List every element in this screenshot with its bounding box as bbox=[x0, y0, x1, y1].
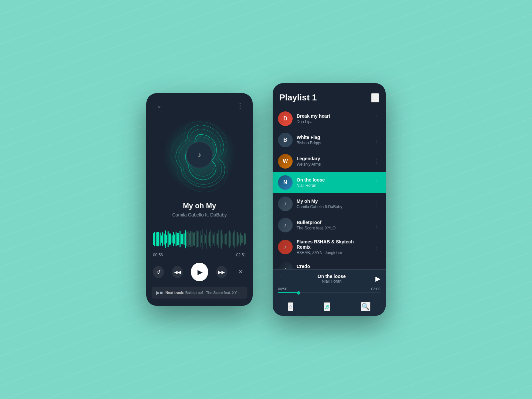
mini-player-dots[interactable]: ⋮ bbox=[278, 275, 284, 282]
nav-playlist-button[interactable]: ♬ bbox=[324, 302, 330, 311]
now-playing-screen: ⌄ ⋮ bbox=[146, 93, 253, 306]
playlist-item[interactable]: NOn the looseNiall Horan⋮ bbox=[273, 172, 386, 193]
play-icon: ▶ bbox=[198, 268, 202, 276]
now-playing-title: My oh My bbox=[153, 201, 246, 210]
waveform-bar bbox=[237, 232, 238, 246]
track-info: My oh My Camila Cabello ft. DaBaby bbox=[146, 195, 253, 221]
mini-player-top: ⋮ On the loose Niall Horan ▶ bbox=[278, 274, 380, 284]
track-options-button[interactable]: ⋮ bbox=[372, 135, 380, 145]
next-track-icon: ▶■ bbox=[156, 290, 163, 295]
playback-controls: ↺ ◀◀ ▶ ▶▶ ✕ bbox=[146, 263, 253, 287]
waveform-bar bbox=[185, 230, 186, 249]
player-header: ⌄ ⋮ bbox=[146, 93, 253, 112]
waveform-bar bbox=[222, 234, 223, 243]
playlist-item[interactable]: ♪My oh MyCamila Cabello ft.DaBaby⋮ bbox=[273, 193, 386, 214]
track-details: On the looseNiall Horan bbox=[297, 177, 368, 188]
waveform-bar bbox=[217, 233, 218, 245]
music-note-icon: ♪ bbox=[284, 201, 287, 207]
album-art: ♪ bbox=[160, 115, 239, 195]
progress-track[interactable] bbox=[278, 292, 380, 293]
nav-home-button[interactable]: ⌂ bbox=[288, 302, 293, 311]
waveform-bar bbox=[166, 235, 167, 243]
waveform-bar bbox=[221, 230, 222, 249]
repeat-button[interactable]: ↺ bbox=[153, 266, 164, 278]
track-options-button[interactable]: ⋮ bbox=[372, 264, 380, 269]
nav-search-button[interactable]: 🔍 bbox=[361, 302, 370, 311]
track-name: Flames R3HAB & Skytech Remix bbox=[297, 239, 368, 250]
playlist-item[interactable]: BWhite FlagBishop Briggs⋮ bbox=[273, 129, 386, 151]
back-button[interactable]: ⌄ bbox=[153, 100, 165, 112]
player-menu-button[interactable]: ⋮ bbox=[234, 100, 246, 112]
current-time: 00:56 bbox=[153, 253, 163, 257]
music-note-icon: ♪ bbox=[284, 244, 287, 250]
mini-player-artist: Niall Horan bbox=[288, 279, 375, 284]
waveform-bars-inner bbox=[153, 227, 246, 251]
track-options-button[interactable]: ⋮ bbox=[372, 178, 380, 188]
waveform-bar bbox=[194, 232, 195, 246]
waveform-bar bbox=[233, 232, 234, 246]
waveform-bar bbox=[160, 232, 161, 246]
playlist-item[interactable]: DBreak my heartDua Lipa⋮ bbox=[273, 108, 386, 129]
waveform-bar bbox=[186, 232, 187, 246]
waveform-bar bbox=[168, 231, 169, 247]
track-options-button[interactable]: ⋮ bbox=[372, 242, 380, 252]
mini-play-button[interactable]: ▶ bbox=[375, 275, 380, 283]
waveform-bar bbox=[206, 229, 207, 249]
waveform-bar bbox=[242, 235, 243, 243]
playlist-screen: Playlist 1 ⋮ DBreak my heartDua Lipa⋮BWh… bbox=[273, 83, 386, 316]
playlist-item[interactable]: ♪Flames R3HAB & Skytech RemixR3HAB, ZAYN… bbox=[273, 236, 386, 258]
mini-track-info: On the loose Niall Horan bbox=[288, 274, 375, 284]
waveform-bar bbox=[177, 233, 178, 245]
track-artist: Dua Lipa bbox=[297, 119, 368, 124]
mini-current-time: 00:56 bbox=[278, 287, 287, 291]
waveform-bar bbox=[214, 232, 215, 246]
waveform-bar bbox=[204, 233, 205, 245]
track-options-button[interactable]: ⋮ bbox=[372, 220, 380, 230]
mini-progress[interactable]: 00:56 03:06 bbox=[278, 287, 380, 293]
total-time: 02:51 bbox=[236, 253, 246, 257]
waveform-bar bbox=[169, 233, 170, 245]
track-options-button[interactable]: ⋮ bbox=[372, 199, 380, 209]
waveform-bar bbox=[190, 231, 191, 247]
waveform-bar bbox=[161, 235, 162, 243]
waveform-bar bbox=[199, 231, 200, 247]
mini-player: ⋮ On the loose Niall Horan ▶ 00:56 03:06 bbox=[273, 269, 386, 299]
waveform-bar bbox=[156, 232, 157, 246]
play-pause-button[interactable]: ▶ bbox=[191, 263, 208, 281]
track-name: On the loose bbox=[297, 177, 368, 183]
playlist-item[interactable]: ♪CredoZivert⋮ bbox=[273, 258, 386, 269]
track-details: White FlagBishop Briggs bbox=[297, 135, 368, 145]
track-details: Break my heartDua Lipa bbox=[297, 113, 368, 124]
waveform-bar bbox=[192, 231, 193, 247]
next-button[interactable]: ▶▶ bbox=[216, 266, 227, 278]
mini-time-row: 00:56 03:06 bbox=[278, 287, 380, 291]
playlist-menu-button[interactable]: ⋮ bbox=[371, 93, 379, 102]
waveform-bar bbox=[162, 232, 163, 246]
skip-back-icon: ◀◀ bbox=[174, 270, 181, 275]
waveform-bar bbox=[212, 232, 213, 246]
mini-player-title: On the loose bbox=[288, 274, 375, 279]
progress-dot bbox=[297, 291, 300, 295]
waveform-bar bbox=[188, 231, 189, 247]
playlist-scroll[interactable]: DBreak my heartDua Lipa⋮BWhite FlagBisho… bbox=[273, 108, 386, 269]
playlist-container: DBreak my heartDua Lipa⋮BWhite FlagBisho… bbox=[273, 108, 386, 269]
waveform-progress[interactable] bbox=[153, 227, 246, 251]
avatar-icon: N bbox=[283, 180, 287, 186]
track-options-button[interactable]: ⋮ bbox=[372, 114, 380, 124]
chevron-down-icon: ⌄ bbox=[157, 102, 162, 109]
track-details: LegendaryWelshly Arms bbox=[297, 156, 368, 167]
close-button[interactable]: ✕ bbox=[235, 266, 246, 278]
playlist-item[interactable]: WLegendaryWelshly Arms⋮ bbox=[273, 151, 386, 172]
track-options-button[interactable]: ⋮ bbox=[372, 156, 380, 166]
waveform-bar bbox=[232, 234, 233, 245]
track-thumbnail: D bbox=[278, 111, 293, 126]
next-track-song: Bulletproof - The Score feat. XY... bbox=[185, 291, 239, 295]
track-artist: Niall Horan bbox=[297, 183, 368, 188]
waveform-bar bbox=[189, 233, 190, 245]
track-artist: Welshly Arms bbox=[297, 162, 368, 167]
waveform-bar bbox=[176, 232, 177, 246]
previous-button[interactable]: ◀◀ bbox=[172, 266, 183, 278]
next-track-label: Next track: bbox=[165, 291, 184, 295]
playlist-item[interactable]: ♪BulletproofThe Score feat. XYLO⋮ bbox=[273, 214, 386, 236]
waveform-bar bbox=[213, 235, 214, 244]
